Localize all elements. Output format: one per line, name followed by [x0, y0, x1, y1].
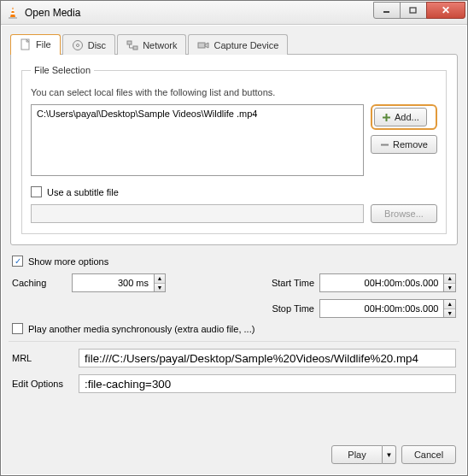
- browse-label: Browse...: [384, 209, 424, 219]
- minimize-icon: [383, 7, 391, 14]
- mrl-input[interactable]: [79, 349, 456, 367]
- close-icon: ✕: [442, 4, 450, 16]
- play-sync-checkbox[interactable]: Play another media synchronously (extra …: [12, 323, 456, 334]
- svg-rect-12: [198, 43, 205, 48]
- start-time-spinner[interactable]: ▲▼: [319, 273, 456, 292]
- show-more-options-checkbox[interactable]: ✓ Show more options: [12, 256, 458, 267]
- caching-input[interactable]: [72, 273, 154, 292]
- file-selection-group: File Selection You can select local file…: [21, 65, 447, 234]
- tab-capture-label: Capture Device: [214, 40, 278, 50]
- tab-panel-file: File Selection You can select local file…: [10, 54, 458, 245]
- file-selection-hint: You can select local files with the foll…: [31, 87, 437, 97]
- play-sync-label: Play another media synchronously (extra …: [28, 324, 254, 334]
- tab-bar: File Disc Network Capture Device: [10, 34, 458, 55]
- svg-marker-13: [205, 43, 208, 48]
- cancel-button[interactable]: Cancel: [401, 445, 456, 464]
- remove-button-label: Remove: [393, 139, 428, 150]
- spin-up-icon[interactable]: ▲: [444, 300, 455, 309]
- tab-capture[interactable]: Capture Device: [188, 34, 288, 55]
- titlebar: Open Media ✕: [1, 1, 467, 25]
- add-button[interactable]: Add...: [374, 108, 427, 126]
- spin-up-icon[interactable]: ▲: [444, 274, 455, 284]
- open-media-window: Open Media ✕ File: [0, 0, 468, 476]
- add-button-label: Add...: [395, 112, 419, 122]
- cancel-button-label: Cancel: [414, 450, 443, 460]
- network-icon: [126, 39, 138, 51]
- edit-options-label: Edit Options: [12, 379, 72, 389]
- dialog-footer: Play ▼ Cancel: [331, 445, 456, 464]
- add-button-highlight: Add...: [371, 104, 437, 130]
- tab-network-label: Network: [143, 40, 177, 50]
- tab-file[interactable]: File: [10, 34, 61, 55]
- separator: [9, 341, 459, 342]
- play-split-button[interactable]: Play ▼: [331, 445, 396, 464]
- play-button-label: Play: [348, 450, 366, 460]
- tab-disc-label: Disc: [88, 40, 106, 50]
- svg-rect-11: [133, 46, 137, 50]
- play-dropdown-toggle[interactable]: ▼: [383, 445, 396, 464]
- use-subtitle-checkbox[interactable]: Use a subtitle file: [31, 186, 119, 197]
- window-title: Open Media: [25, 7, 374, 19]
- svg-rect-4: [383, 11, 389, 13]
- file-list[interactable]: C:\Users\payal\Desktop\Sample Videos\Wil…: [31, 104, 364, 176]
- svg-rect-10: [127, 41, 132, 44]
- svg-rect-2: [11, 9, 14, 11]
- minimize-button[interactable]: [373, 2, 401, 19]
- spin-down-icon[interactable]: ▼: [155, 284, 165, 292]
- tab-file-label: File: [36, 39, 51, 50]
- start-time-label: Start Time: [260, 278, 319, 288]
- start-time-input[interactable]: [319, 273, 443, 292]
- spin-up-icon[interactable]: ▲: [155, 274, 165, 284]
- client-area: File Disc Network Capture Device: [2, 26, 466, 474]
- play-button[interactable]: Play: [331, 445, 383, 464]
- file-selection-legend: File Selection: [31, 65, 94, 75]
- show-more-options-label: Show more options: [28, 256, 108, 267]
- subtitle-path-input: [31, 204, 364, 223]
- capture-icon: [197, 39, 209, 51]
- tab-network[interactable]: Network: [117, 34, 186, 55]
- stop-time-spinner[interactable]: ▲▼: [319, 299, 456, 318]
- spin-down-icon[interactable]: ▼: [444, 284, 455, 292]
- svg-marker-0: [10, 7, 15, 17]
- file-icon: [20, 38, 32, 50]
- svg-rect-3: [11, 13, 15, 15]
- close-button[interactable]: ✕: [426, 2, 465, 19]
- chevron-down-icon: ▼: [386, 451, 393, 459]
- maximize-icon: [409, 7, 418, 14]
- stop-time-input[interactable]: [319, 299, 443, 318]
- svg-rect-5: [410, 8, 416, 13]
- stop-time-label: Stop Time: [260, 303, 319, 314]
- svg-rect-1: [9, 17, 17, 19]
- options-grid: Caching ▲▼ Start Time ▲▼ Stop Time ▲▼: [12, 273, 456, 318]
- use-subtitle-label: Use a subtitle file: [47, 187, 119, 197]
- checkbox-box: [31, 186, 42, 197]
- caching-spinner[interactable]: ▲▼: [72, 273, 166, 292]
- svg-rect-15: [383, 116, 390, 118]
- tab-disc[interactable]: Disc: [62, 34, 115, 55]
- maximize-button[interactable]: [400, 2, 427, 19]
- minus-icon: [380, 140, 389, 150]
- mrl-label: MRL: [12, 353, 72, 363]
- edit-options-input[interactable]: [79, 374, 456, 393]
- window-buttons: ✕: [374, 2, 465, 19]
- remove-button[interactable]: Remove: [371, 135, 437, 154]
- plus-icon: [382, 113, 391, 122]
- checkbox-box: [12, 323, 23, 334]
- caching-label: Caching: [12, 278, 72, 288]
- svg-rect-16: [381, 144, 389, 145]
- spin-down-icon[interactable]: ▼: [444, 309, 455, 318]
- checkbox-box-checked: ✓: [12, 256, 23, 267]
- svg-point-9: [76, 44, 79, 46]
- disc-icon: [72, 39, 84, 51]
- vlc-icon: [6, 6, 20, 20]
- file-list-item[interactable]: C:\Users\payal\Desktop\Sample Videos\Wil…: [37, 109, 358, 119]
- browse-subtitle-button: Browse...: [371, 204, 437, 223]
